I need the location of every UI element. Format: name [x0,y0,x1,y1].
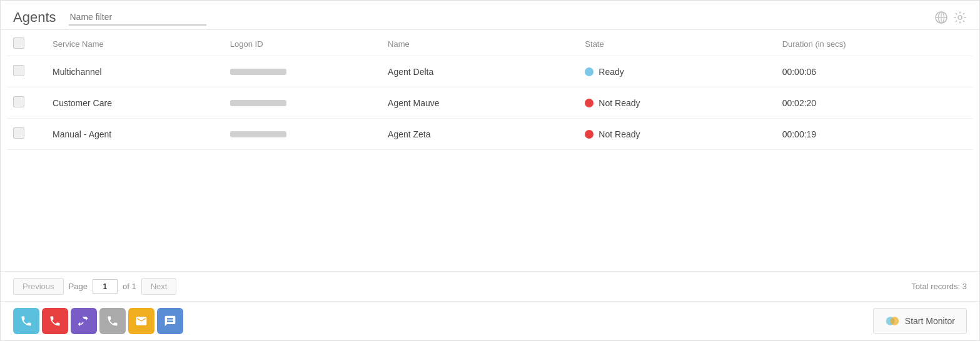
agents-table-area: Service Name Logon ID Name State Duratio… [1,30,979,271]
state-dot [585,130,594,139]
state-label: Not Ready [599,98,640,108]
row-agent-name: Agent Zeta [381,119,578,150]
col-header-name: Name [381,30,578,56]
row-checkbox-cell [7,56,46,87]
start-monitor-button[interactable]: Start Monitor [873,308,967,334]
bottom-toolbar: Start Monitor [1,301,979,340]
col-header-logon: Logon ID [224,30,381,56]
consult-button[interactable] [99,308,126,334]
row-checkbox[interactable] [13,127,24,139]
row-checkbox[interactable] [13,65,24,76]
page-number-input[interactable] [93,279,118,294]
page-title: Agents [13,9,56,26]
col-header-service: Service Name [46,30,224,56]
row-logon-id [224,56,381,87]
phone-button[interactable] [13,308,39,334]
agents-table: Service Name Logon ID Name State Duratio… [7,30,973,150]
globe-icon[interactable] [934,11,948,24]
email-button[interactable] [128,308,154,334]
name-filter-input[interactable] [69,9,206,26]
state-dot [585,67,594,76]
row-agent-name: Agent Delta [381,56,578,87]
row-service-name: Customer Care [46,87,224,119]
row-duration: 00:02:20 [776,87,973,119]
row-state: Not Ready [578,87,775,119]
hangup-button[interactable] [42,308,68,334]
state-label: Not Ready [599,129,640,139]
logon-masked [230,131,286,137]
table-row: Manual - Agent Agent Zeta Not Ready 00:0… [7,119,973,150]
transfer-button[interactable] [71,308,97,334]
app-container: Agents [0,0,980,341]
state-label: Ready [599,67,624,77]
table-row: Customer Care Agent Mauve Not Ready 00:0… [7,87,973,119]
total-records: Total records: 3 [911,282,967,291]
svg-point-4 [958,16,962,19]
next-button[interactable]: Next [141,278,177,295]
svg-point-6 [890,317,899,325]
col-header-checkbox [7,30,46,56]
row-duration: 00:00:19 [776,119,973,150]
monitor-icon [885,314,900,329]
state-dot [585,99,594,107]
settings-icon[interactable] [953,11,967,24]
row-service-name: Manual - Agent [46,119,224,150]
chat-button[interactable] [157,308,183,334]
row-checkbox[interactable] [13,96,24,107]
header-checkbox[interactable] [13,37,24,49]
header: Agents [1,1,979,30]
row-state: Not Ready [578,119,775,150]
row-duration: 00:00:06 [776,56,973,87]
row-logon-id [224,119,381,150]
logon-masked [230,100,286,106]
row-checkbox-cell [7,87,46,119]
start-monitor-label: Start Monitor [905,316,955,326]
table-row: Multichannel Agent Delta Ready 00:00:06 [7,56,973,87]
of-label: of 1 [123,282,136,291]
page-label: Page [69,282,88,291]
col-header-state: State [578,30,775,56]
row-agent-name: Agent Mauve [381,87,578,119]
header-icons [934,11,967,24]
col-header-duration: Duration (in secs) [776,30,973,56]
row-checkbox-cell [7,119,46,150]
row-state: Ready [578,56,775,87]
pagination-bar: Previous Page of 1 Next Total records: 3 [1,271,979,301]
row-logon-id [224,87,381,119]
logon-masked [230,69,286,75]
row-service-name: Multichannel [46,56,224,87]
previous-button[interactable]: Previous [13,278,64,295]
